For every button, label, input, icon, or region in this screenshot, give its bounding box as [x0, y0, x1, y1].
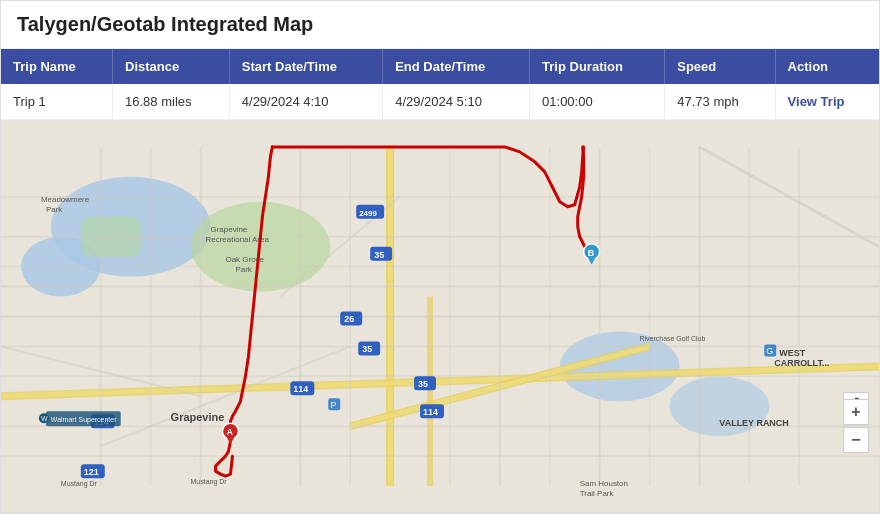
svg-text:Mustang Dr: Mustang Dr [61, 480, 98, 488]
svg-text:35: 35 [418, 379, 428, 389]
cell-trip-name: Trip 1 [1, 84, 113, 120]
header: Talygen/Geotab Integrated Map [1, 1, 879, 49]
app-container: Talygen/Geotab Integrated Map Trip Name … [0, 0, 880, 514]
table-header-row: Trip Name Distance Start Date/Time End D… [1, 49, 879, 84]
svg-text:CARROLLT...: CARROLLT... [774, 358, 829, 368]
zoom-in-button[interactable]: + [843, 399, 869, 425]
svg-text:Sam Houston: Sam Houston [580, 479, 628, 488]
map-svg: Meadowmere Park Grapevine Recreational A… [1, 120, 879, 513]
svg-text:Riverchase Golf Club: Riverchase Golf Club [640, 335, 706, 342]
trips-table: Trip Name Distance Start Date/Time End D… [1, 49, 879, 120]
col-distance: Distance [113, 49, 230, 84]
cell-start-datetime: 4/29/2024 4:10 [229, 84, 382, 120]
cell-trip-duration: 01:00:00 [530, 84, 665, 120]
svg-text:VALLEY RANCH: VALLEY RANCH [719, 418, 788, 428]
col-trip-name: Trip Name [1, 49, 113, 84]
cell-distance: 16.88 miles [113, 84, 230, 120]
svg-text:Park: Park [235, 265, 251, 274]
svg-text:W: W [41, 415, 48, 422]
svg-text:Meadowmere: Meadowmere [41, 195, 90, 204]
svg-text:Mustang Dr: Mustang Dr [191, 478, 228, 486]
svg-text:Trail Park: Trail Park [580, 489, 614, 498]
svg-text:Grapevine: Grapevine [211, 225, 248, 234]
svg-text:35: 35 [374, 250, 384, 260]
cell-speed: 47.73 mph [665, 84, 775, 120]
table-row: Trip 1 16.88 miles 4/29/2024 4:10 4/29/2… [1, 84, 879, 120]
view-trip-link[interactable]: View Trip [788, 94, 845, 109]
svg-text:A: A [226, 427, 233, 437]
col-end-datetime: End Date/Time [383, 49, 530, 84]
svg-text:35: 35 [362, 344, 372, 354]
svg-text:P: P [330, 400, 336, 410]
svg-text:WEST: WEST [779, 348, 805, 358]
zoom-out-button[interactable]: − [843, 427, 869, 453]
table-section: Trip Name Distance Start Date/Time End D… [1, 49, 879, 120]
col-action: Action [775, 49, 879, 84]
svg-text:Park: Park [46, 205, 62, 214]
svg-text:2499: 2499 [359, 209, 377, 218]
col-trip-duration: Trip Duration [530, 49, 665, 84]
map-container[interactable]: Meadowmere Park Grapevine Recreational A… [1, 120, 879, 513]
svg-text:114: 114 [423, 407, 438, 417]
map-zoom-controls: + − [843, 399, 869, 453]
svg-text:Walmart Supercenter: Walmart Supercenter [51, 416, 117, 424]
col-speed: Speed [665, 49, 775, 84]
col-start-datetime: Start Date/Time [229, 49, 382, 84]
svg-text:114: 114 [293, 384, 308, 394]
svg-text:26: 26 [344, 314, 354, 324]
svg-text:Grapevine: Grapevine [171, 411, 225, 423]
svg-text:B: B [588, 248, 595, 258]
cell-action: View Trip [775, 84, 879, 120]
app-title: Talygen/Geotab Integrated Map [17, 13, 313, 35]
svg-text:G: G [766, 346, 773, 356]
cell-end-datetime: 4/29/2024 5:10 [383, 84, 530, 120]
svg-text:121: 121 [84, 467, 99, 477]
